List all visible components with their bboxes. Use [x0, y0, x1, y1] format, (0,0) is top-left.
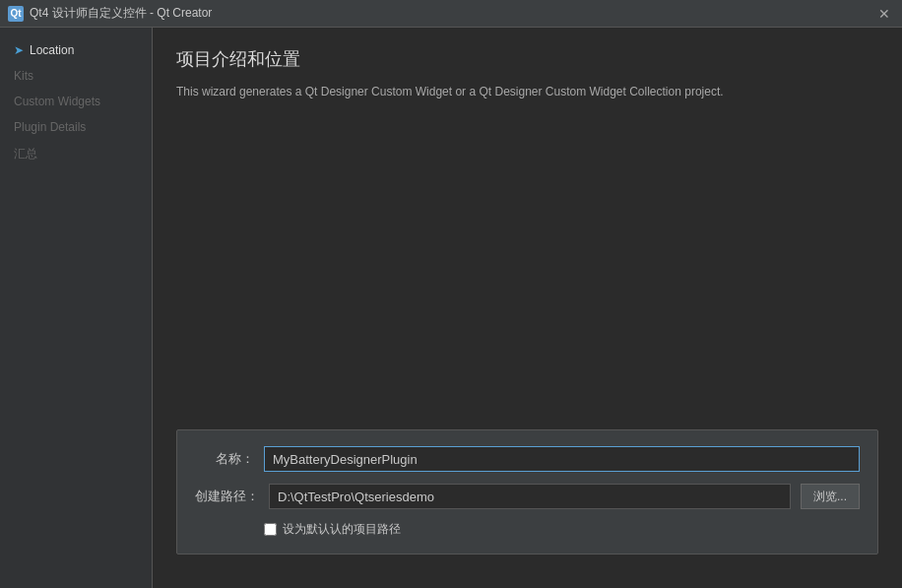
name-input[interactable] — [264, 446, 860, 472]
spacer — [176, 121, 878, 429]
sidebar-item-summary[interactable]: 汇总 — [0, 140, 152, 168]
name-row: 名称： — [195, 446, 860, 472]
sidebar: ➤ Location Kits Custom Widgets Plugin De… — [0, 28, 153, 588]
titlebar-left: Qt Qt4 设计师自定义控件 - Qt Creator — [8, 5, 212, 22]
sidebar-item-label: Custom Widgets — [14, 95, 100, 108]
sidebar-item-label: Kits — [14, 69, 33, 83]
sidebar-item-kits[interactable]: Kits — [0, 63, 152, 89]
checkbox-row: 设为默认认的项目路径 — [195, 521, 860, 538]
sidebar-item-label: Plugin Details — [14, 120, 86, 134]
sidebar-item-label: Location — [30, 43, 74, 57]
main-container: ➤ Location Kits Custom Widgets Plugin De… — [0, 28, 902, 588]
default-path-checkbox[interactable] — [264, 523, 277, 536]
sidebar-item-location[interactable]: ➤ Location — [0, 37, 152, 63]
sidebar-item-label: 汇总 — [14, 146, 37, 163]
path-input[interactable] — [269, 484, 791, 509]
app-icon: Qt — [8, 6, 24, 22]
page-title: 项目介绍和位置 — [176, 47, 878, 71]
name-label: 名称： — [195, 450, 254, 468]
browse-button[interactable]: 浏览... — [801, 484, 860, 509]
default-path-checkbox-row: 设为默认认的项目路径 — [264, 521, 401, 538]
form-section: 名称： 创建路径： 浏览... 设为默认认的项目路径 — [176, 429, 878, 555]
sidebar-item-plugin-details[interactable]: Plugin Details — [0, 114, 152, 140]
titlebar: Qt Qt4 设计师自定义控件 - Qt Creator ✕ — [0, 0, 902, 28]
sidebar-item-custom-widgets[interactable]: Custom Widgets — [0, 89, 152, 114]
default-path-label[interactable]: 设为默认认的项目路径 — [283, 521, 401, 538]
content-area: 项目介绍和位置 This wizard generates a Qt Desig… — [153, 28, 902, 588]
close-button[interactable]: ✕ — [874, 4, 894, 24]
window-title: Qt4 设计师自定义控件 - Qt Creator — [30, 5, 212, 22]
arrow-icon: ➤ — [14, 43, 24, 57]
path-row: 创建路径： 浏览... — [195, 484, 860, 509]
path-label: 创建路径： — [195, 488, 259, 505]
page-description: This wizard generates a Qt Designer Cust… — [176, 83, 878, 101]
